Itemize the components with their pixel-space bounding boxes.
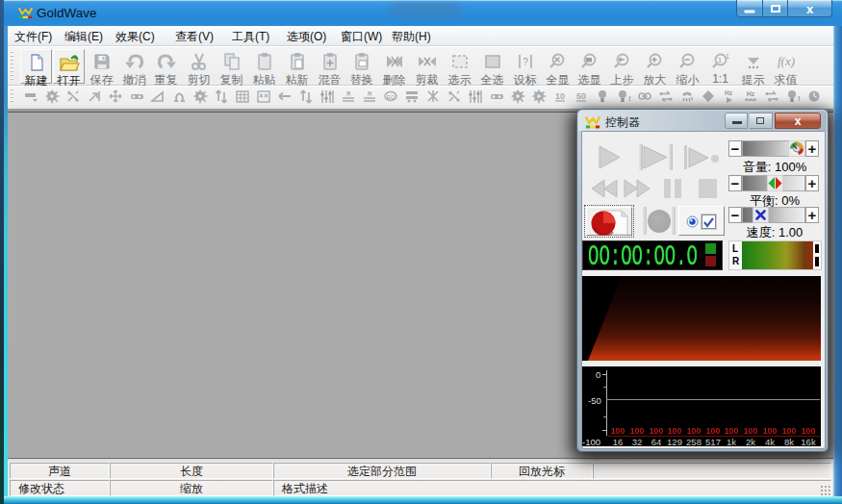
svg-text:!: ! — [798, 94, 801, 103]
svg-text:Hz: Hz — [747, 90, 755, 97]
svg-text:10: 10 — [555, 91, 565, 101]
svg-text:EQ: EQ — [387, 94, 395, 100]
svg-text:50: 50 — [576, 91, 586, 101]
svg-text:Hz: Hz — [725, 89, 733, 96]
svg-text:?: ? — [523, 57, 528, 67]
svg-text:1: 1 — [717, 56, 722, 64]
svg-text:M: M — [346, 90, 350, 98]
svg-text:1: 1 — [726, 53, 729, 60]
svg-text:M: M — [368, 90, 371, 98]
svg-text:f(x): f(x) — [777, 54, 794, 68]
svg-text:!: ! — [628, 94, 631, 103]
